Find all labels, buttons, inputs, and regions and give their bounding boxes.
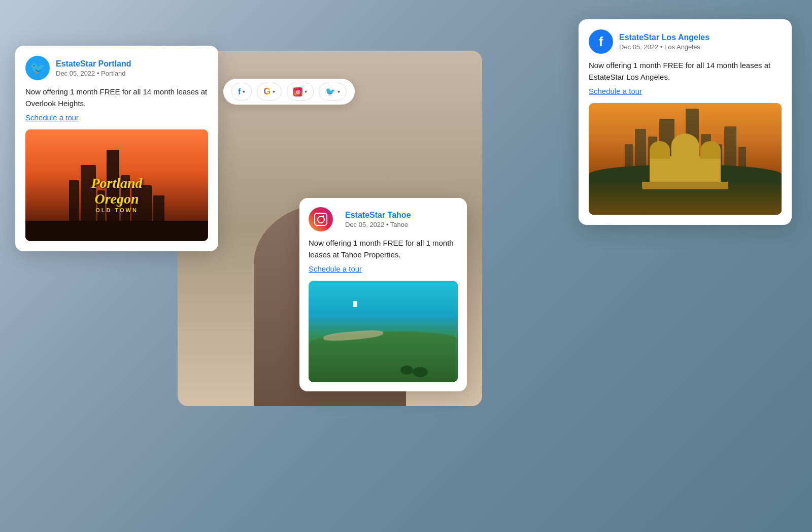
la-card-info: EstateStar Los Angeles Dec 05, 2022 • Lo… bbox=[619, 32, 709, 51]
twitter-icon: 🐦 bbox=[325, 87, 335, 96]
google-icon: G bbox=[263, 86, 270, 97]
portland-card: 🐦 EstateStar Portland Dec 05, 2022 • Por… bbox=[15, 46, 218, 251]
tahoe-card-header: EstateStar Tahoe Dec 05, 2022 • Tahoe bbox=[309, 207, 458, 231]
tahoe-lake-photo bbox=[309, 281, 458, 382]
platform-selector-bar: f ▾ G ▾ ◎ ▾ 🐦 ▾ bbox=[223, 79, 355, 105]
portland-card-body: Now offering 1 month FREE for all 14 mon… bbox=[25, 86, 208, 109]
google-chevron-icon: ▾ bbox=[273, 89, 275, 94]
la-city-photo bbox=[589, 103, 782, 215]
tahoe-card-subtitle: Dec 05, 2022 • Tahoe bbox=[345, 221, 411, 228]
facebook-f-icon: f bbox=[599, 34, 603, 50]
instagram-platform-button[interactable]: ◎ ▾ bbox=[287, 83, 314, 101]
tahoe-schedule-tour-link[interactable]: Schedule a tour bbox=[309, 264, 362, 273]
google-platform-button[interactable]: G ▾ bbox=[257, 83, 282, 101]
tahoe-card-title: EstateStar Tahoe bbox=[345, 210, 411, 220]
portland-sign-subtitle: OLD TOWN bbox=[91, 207, 142, 213]
la-card: f EstateStar Los Angeles Dec 05, 2022 • … bbox=[579, 19, 792, 225]
portland-card-subtitle: Dec 05, 2022 • Portland bbox=[56, 70, 131, 77]
twitter-chevron-icon: ▾ bbox=[337, 89, 340, 94]
la-card-header: f EstateStar Los Angeles Dec 05, 2022 • … bbox=[589, 29, 782, 54]
portland-schedule-tour-link[interactable]: Schedule a tour bbox=[25, 113, 79, 122]
tahoe-avatar bbox=[309, 207, 333, 231]
la-avatar: f bbox=[589, 29, 613, 54]
facebook-chevron-icon: ▾ bbox=[243, 89, 245, 94]
portland-sign-text: PortlandOregon bbox=[91, 176, 142, 207]
twitter-platform-button[interactable]: 🐦 ▾ bbox=[319, 83, 347, 101]
la-card-body: Now offering 1 month FREE for all 14 mon… bbox=[589, 60, 782, 83]
portland-card-header: 🐦 EstateStar Portland Dec 05, 2022 • Por… bbox=[25, 56, 208, 80]
portland-city-photo: PortlandOregon OLD TOWN bbox=[25, 129, 208, 241]
tahoe-card-info: EstateStar Tahoe Dec 05, 2022 • Tahoe bbox=[345, 210, 411, 228]
tahoe-card: EstateStar Tahoe Dec 05, 2022 • Tahoe No… bbox=[299, 198, 467, 391]
twitter-bird-icon: 🐦 bbox=[30, 61, 45, 75]
portland-card-title: EstateStar Portland bbox=[56, 59, 131, 69]
tahoe-card-body: Now offering 1 month FREE for all 1 mont… bbox=[309, 238, 458, 260]
portland-card-image: PortlandOregon OLD TOWN bbox=[25, 129, 208, 241]
portland-avatar: 🐦 bbox=[25, 56, 50, 80]
la-schedule-tour-link[interactable]: Schedule a tour bbox=[589, 87, 642, 95]
la-card-title: EstateStar Los Angeles bbox=[619, 32, 709, 42]
facebook-platform-button[interactable]: f ▾ bbox=[231, 83, 252, 101]
la-card-image bbox=[589, 103, 782, 215]
tahoe-card-image bbox=[309, 281, 458, 382]
instagram-chevron-icon: ▾ bbox=[304, 89, 307, 94]
portland-card-info: EstateStar Portland Dec 05, 2022 • Portl… bbox=[56, 59, 131, 77]
facebook-icon: f bbox=[238, 87, 241, 96]
la-card-subtitle: Dec 05, 2022 • Los Angeles bbox=[619, 43, 709, 51]
instagram-camera-icon bbox=[314, 213, 327, 226]
instagram-icon: ◎ bbox=[293, 87, 302, 96]
